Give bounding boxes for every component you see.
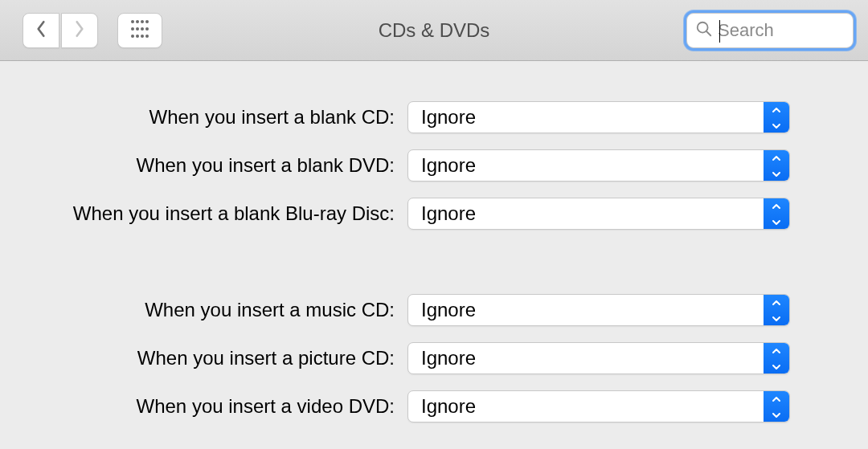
- blank-cd-dropdown[interactable]: Ignore: [407, 101, 790, 133]
- back-button[interactable]: [23, 13, 59, 48]
- video-dvd-value: Ignore: [408, 395, 476, 418]
- chevron-up-icon: [772, 102, 781, 116]
- svg-point-2: [141, 20, 144, 23]
- dropdown-stepper: [764, 198, 789, 229]
- svg-point-10: [141, 35, 144, 38]
- search-icon: [695, 20, 713, 41]
- svg-point-3: [145, 20, 149, 23]
- svg-point-4: [131, 27, 134, 31]
- blank-cd-row: When you insert a blank CD: Ignore: [0, 93, 868, 141]
- svg-point-9: [136, 35, 139, 38]
- dropdown-stepper: [764, 150, 789, 181]
- picture-cd-value: Ignore: [408, 347, 476, 369]
- blank-dvd-value: Ignore: [408, 154, 476, 177]
- chevron-left-icon: [35, 20, 47, 41]
- dropdown-stepper: [764, 102, 789, 133]
- grid-icon: [130, 19, 149, 42]
- chevron-down-icon: [772, 359, 781, 373]
- video-dvd-dropdown[interactable]: Ignore: [407, 390, 790, 422]
- blank-cd-label: When you insert a blank CD:: [0, 106, 407, 129]
- svg-point-8: [131, 35, 134, 38]
- blank-dvd-label: When you insert a blank DVD:: [0, 154, 407, 177]
- picture-cd-row: When you insert a picture CD: Ignore: [0, 334, 868, 382]
- svg-point-1: [136, 20, 139, 23]
- music-cd-row: When you insert a music CD: Ignore: [0, 286, 868, 334]
- forward-button[interactable]: [61, 13, 98, 48]
- settings-panel: When you insert a blank CD: Ignore When …: [0, 61, 868, 431]
- dropdown-stepper: [764, 295, 789, 325]
- svg-point-6: [141, 27, 144, 31]
- blank-bluray-value: Ignore: [408, 202, 476, 225]
- search-input[interactable]: [718, 20, 845, 41]
- dropdown-stepper: [764, 391, 789, 422]
- music-cd-dropdown[interactable]: Ignore: [407, 294, 790, 326]
- dropdown-stepper: [764, 343, 789, 373]
- chevron-up-icon: [772, 150, 781, 165]
- chevron-up-icon: [772, 295, 781, 309]
- svg-point-5: [136, 27, 139, 31]
- svg-point-7: [145, 27, 149, 31]
- text-cursor: [719, 20, 720, 43]
- nav-buttons: [23, 13, 98, 48]
- chevron-down-icon: [772, 407, 781, 422]
- chevron-right-icon: [74, 20, 85, 41]
- blank-dvd-row: When you insert a blank DVD: Ignore: [0, 141, 868, 190]
- blank-cd-value: Ignore: [408, 106, 476, 129]
- picture-cd-dropdown[interactable]: Ignore: [407, 342, 790, 374]
- chevron-down-icon: [772, 311, 781, 325]
- svg-point-0: [131, 20, 134, 23]
- search-field[interactable]: [686, 13, 854, 48]
- show-all-button[interactable]: [117, 13, 162, 48]
- toolbar: CDs & DVDs: [0, 0, 868, 61]
- chevron-up-icon: [772, 391, 781, 406]
- chevron-down-icon: [772, 166, 781, 181]
- blank-bluray-row: When you insert a blank Blu-ray Disc: Ig…: [0, 190, 868, 238]
- music-cd-value: Ignore: [408, 299, 476, 321]
- chevron-down-icon: [772, 214, 781, 229]
- video-dvd-row: When you insert a video DVD: Ignore: [0, 382, 868, 431]
- chevron-up-icon: [772, 343, 781, 357]
- chevron-down-icon: [772, 118, 781, 133]
- music-cd-label: When you insert a music CD:: [0, 299, 407, 321]
- svg-point-11: [145, 35, 149, 38]
- blank-bluray-label: When you insert a blank Blu-ray Disc:: [0, 202, 407, 225]
- picture-cd-label: When you insert a picture CD:: [0, 347, 407, 369]
- chevron-up-icon: [772, 198, 781, 213]
- blank-bluray-dropdown[interactable]: Ignore: [407, 198, 790, 230]
- window-title: CDs & DVDs: [379, 19, 490, 42]
- blank-dvd-dropdown[interactable]: Ignore: [407, 149, 790, 182]
- video-dvd-label: When you insert a video DVD:: [0, 395, 407, 418]
- svg-line-13: [706, 31, 711, 35]
